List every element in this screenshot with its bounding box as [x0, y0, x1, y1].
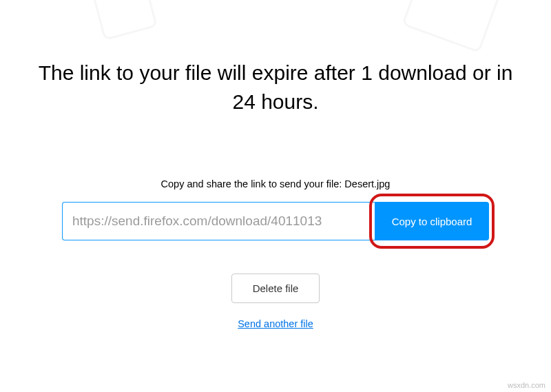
expiry-heading: The link to your file will expire after … — [0, 59, 551, 116]
actions-section: Delete file Send another file — [0, 274, 551, 330]
link-row: Copy to clipboard — [62, 202, 489, 240]
watermark-text: wsxdn.com — [508, 381, 545, 389]
copy-to-clipboard-button[interactable]: Copy to clipboard — [375, 202, 489, 240]
shared-filename: Desert.jpg — [344, 178, 390, 189]
share-instruction: Copy and share the link to send your fil… — [0, 178, 551, 189]
background-decoration-icon — [90, 0, 158, 41]
background-decoration-icon — [402, 0, 508, 53]
delete-file-button[interactable]: Delete file — [231, 274, 320, 303]
share-link-input[interactable] — [62, 202, 375, 240]
send-another-file-link[interactable]: Send another file — [238, 318, 313, 329]
instruction-text: Copy and share the link to send your fil… — [161, 178, 345, 189]
share-section: Copy and share the link to send your fil… — [0, 178, 551, 240]
